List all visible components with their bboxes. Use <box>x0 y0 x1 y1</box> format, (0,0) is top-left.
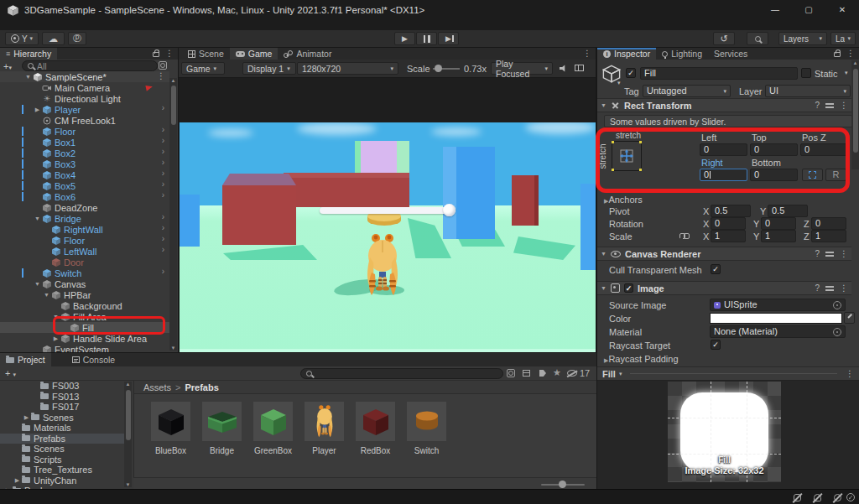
foldout-icon[interactable]: ▼ <box>601 251 607 257</box>
account-button[interactable]: Y ▾ <box>5 32 39 45</box>
image-header[interactable]: ▼ ✓ Image ? ⋮ <box>597 281 851 295</box>
right-field[interactable]: 0 <box>700 169 747 181</box>
material-field[interactable]: None (Material) <box>710 325 846 338</box>
rotation-x-field[interactable]: 0 <box>711 217 746 230</box>
lock-icon[interactable] <box>834 52 841 57</box>
hierarchy-item[interactable]: ☀ Door › ⋮ <box>0 257 169 268</box>
folder-row[interactable]: FS013 <box>0 392 124 403</box>
play-button[interactable]: ▶ <box>394 32 415 45</box>
add-asset-button[interactable]: + ▾ <box>5 368 16 378</box>
hierarchy-item[interactable]: ▼ ☀ HPBar › ⋮ <box>0 289 169 300</box>
preset-icon[interactable] <box>825 101 834 109</box>
hierarchy-item[interactable]: ☀ EventSystem › ⋮ <box>0 344 169 352</box>
canvas-renderer-header[interactable]: ▼ Canvas Renderer ? ⋮ <box>597 247 851 261</box>
favorites-star-icon[interactable]: ★ <box>553 367 561 378</box>
minimize-button[interactable]: — <box>758 0 792 20</box>
hierarchy-item[interactable]: ☀ DeadZone › ⋮ <box>0 202 169 213</box>
prefab-arrow-icon[interactable]: › <box>162 169 164 178</box>
hierarchy-item[interactable]: ☀ Box6 › ⋮ <box>0 191 169 202</box>
folder-row[interactable]: ▶ Scenes <box>0 413 124 423</box>
rect-transform-header[interactable]: ▼ Rect Transform ? ⋮ <box>597 98 851 112</box>
folders-scrollbar[interactable]: ▲ ▼ <box>124 382 132 487</box>
link-scale-icon[interactable] <box>679 232 690 239</box>
search-save-icon[interactable] <box>507 369 515 377</box>
hierarchy-item[interactable]: ▶ ☀ Handle Slide Area › ⋮ <box>0 333 169 344</box>
kebab-icon[interactable]: ⋮ <box>840 250 848 258</box>
pause-button[interactable] <box>416 32 437 45</box>
folder-row[interactable]: FS003 <box>0 381 124 392</box>
tab-lighting[interactable]: Lighting <box>656 48 708 60</box>
color-swatch[interactable] <box>710 313 842 324</box>
hierarchy-item[interactable]: ☀ Fill › ⋮ <box>0 322 169 333</box>
hierarchy-item[interactable]: ▼ ☀ Canvas › ⋮ <box>0 278 169 289</box>
scroll-up-icon[interactable]: ▲ <box>169 78 177 83</box>
rotation-z-field[interactable]: 0 <box>811 217 846 230</box>
static-checkbox[interactable] <box>801 68 811 78</box>
prefab-arrow-icon[interactable]: › <box>162 223 164 232</box>
kebab-icon[interactable]: ⋮ <box>583 49 591 58</box>
hierarchy-item[interactable]: ☀ Directional Light › ⋮ <box>0 93 169 104</box>
game-render-frame[interactable] <box>180 122 596 352</box>
raycast-padding-label[interactable]: Raycast Padding <box>608 354 678 364</box>
foldout-icon[interactable]: ▼ <box>33 216 42 221</box>
hierarchy-item[interactable]: ▼ ☀ Fill Area › ⋮ <box>0 311 169 322</box>
undo-history-button[interactable]: ↺ <box>713 32 735 45</box>
prefab-arrow-icon[interactable]: › <box>162 147 164 156</box>
resolution-dropdown[interactable]: 1280x720▾ <box>297 62 398 75</box>
layers-dropdown[interactable]: Layers ▾ <box>778 32 827 45</box>
preset-icon[interactable] <box>825 284 834 292</box>
debugger-disabled-icon[interactable] <box>792 492 803 503</box>
scroll-up-icon[interactable]: ▲ <box>851 60 859 65</box>
breadcrumb-current[interactable]: Prefabs <box>185 382 218 392</box>
kebab-icon[interactable]: ⋮ <box>846 49 855 58</box>
bottom-field[interactable]: 0 <box>750 169 798 181</box>
preview-header[interactable]: Fill ▾ ⋮ <box>597 366 859 381</box>
play-focused-dropdown[interactable]: Play Focused▾ <box>491 62 553 75</box>
label-tag-icon[interactable] <box>539 370 546 377</box>
kebab-icon[interactable]: ⋮ <box>846 370 854 378</box>
scale-y-field[interactable]: 1 <box>761 230 796 242</box>
tab-project[interactable]: Project <box>0 353 51 366</box>
name-field[interactable]: Fill <box>640 67 798 80</box>
asset-item[interactable]: Bridge <box>202 402 242 455</box>
prefab-arrow-icon[interactable]: › <box>162 267 164 276</box>
foldout-icon[interactable]: ▼ <box>23 74 33 80</box>
tab-inspector[interactable]: i Inspector <box>597 48 656 60</box>
asset-item[interactable]: GreenBox <box>253 402 293 455</box>
foldout-icon[interactable]: ▶ <box>33 107 42 113</box>
eyedropper-icon[interactable] <box>844 312 855 324</box>
tab-services[interactable]: Services <box>708 48 753 60</box>
hierarchy-item[interactable]: ☀ Box1 › ⋮ <box>0 137 169 148</box>
stats-grid-icon[interactable] <box>575 65 584 71</box>
breadcrumb-root[interactable]: Assets <box>143 382 171 392</box>
icon-picker-chevron[interactable]: ▾ <box>617 80 621 86</box>
scale-x-field[interactable]: 1 <box>711 230 746 242</box>
kebab-icon[interactable]: ⋮ <box>165 49 174 58</box>
display-dropdown[interactable]: Display 1▾ <box>242 62 296 75</box>
anchor-preset-widget[interactable] <box>612 141 642 171</box>
foldout-icon[interactable]: ▼ <box>42 292 51 298</box>
hierarchy-item[interactable]: ☀ Floor › ⋮ <box>0 126 169 137</box>
component-enabled-checkbox[interactable]: ✓ <box>624 283 633 293</box>
folder-row[interactable]: Scenes <box>0 444 124 455</box>
source-image-field[interactable]: UISprite <box>710 299 846 311</box>
prefab-arrow-icon[interactable]: › <box>162 190 164 200</box>
foldout-icon[interactable]: ▼ <box>33 281 42 287</box>
object-picker-icon[interactable] <box>833 301 841 309</box>
scroll-up-icon[interactable]: ▲ <box>124 382 132 387</box>
pivot-x-field[interactable]: 0.5 <box>711 205 751 217</box>
hierarchy-item[interactable]: ☀ Box4 › ⋮ <box>0 169 169 180</box>
tab-animator[interactable]: Animator <box>278 48 337 60</box>
tag-dropdown[interactable]: Untagged▾ <box>643 85 731 97</box>
tab-console[interactable]: Console <box>66 353 122 366</box>
preset-icon[interactable] <box>825 250 834 257</box>
asset-item[interactable]: RedBox <box>356 402 395 455</box>
foldout-icon[interactable]: ▼ <box>51 314 60 320</box>
pivot-y-field[interactable]: 0.5 <box>768 205 808 217</box>
help-icon[interactable]: ? <box>815 283 820 293</box>
inspector-scrollbar[interactable]: ▲ <box>851 60 859 169</box>
help-icon[interactable]: ? <box>815 101 820 110</box>
drag-handle[interactable] <box>630 373 837 374</box>
package-icon[interactable] <box>523 370 530 377</box>
plastic-scm-button[interactable]: ⓟ <box>68 32 86 45</box>
